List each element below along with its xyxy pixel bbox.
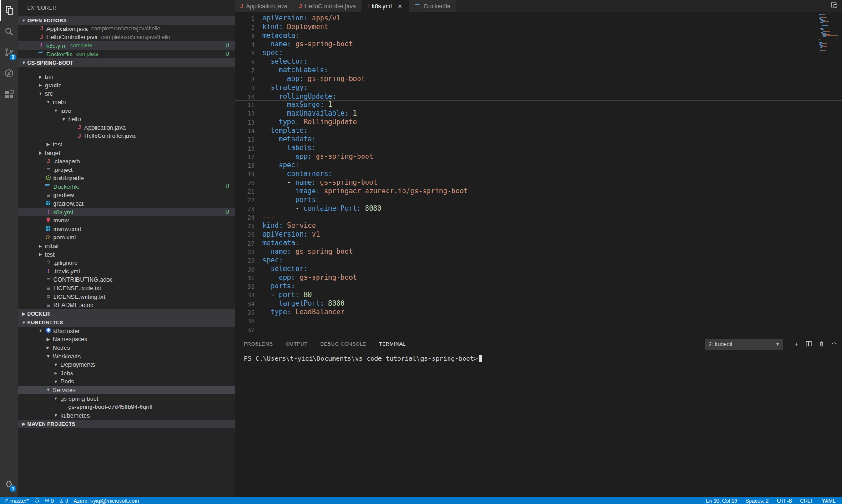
tree-row-pods[interactable]: ▼Pods [18,378,235,386]
tree-row-src[interactable]: ▼src [18,90,235,98]
terminal-output[interactable]: PS C:\Users\t-yiqi\Documents\vs code tut… [235,352,842,362]
tree-row-license-code-txt[interactable]: ≡LICENSE.code.txt [18,284,235,292]
tree-row-readme-adoc[interactable]: ≡README.adoc [18,301,235,309]
status-language-mode[interactable]: YAML [822,498,836,504]
tree-row-mvnw-cmd[interactable]: mvnw.cmd [18,225,235,233]
tree-row-main[interactable]: ▼main [18,98,235,106]
status-azure-account[interactable]: Azure: t-yiqi@microsoft.com [74,498,139,504]
yaml-icon: ! [44,268,52,274]
panel-tab-terminal[interactable]: TERMINAL [379,336,406,352]
tree-row--travis-yml[interactable]: !.travis.yml [18,267,235,276]
chevron-right-icon: ▶ [20,422,27,426]
chevron-right-icon: ▶ [37,83,44,87]
tree-row-namespaces[interactable]: ▶Namespaces [18,335,235,344]
tree-row-hellocontroller-java[interactable]: JHelloController.java [18,132,235,141]
tree-row-contributing-adoc[interactable]: ≡CONTRIBUTING.adoc [18,276,235,284]
open-editor-item[interactable]: !k8s.ymlcompleteU [18,41,235,50]
activitybar-extensions[interactable] [0,84,18,105]
status-git-branch[interactable]: master* [4,498,29,504]
tree-row-bin[interactable]: ▶bin [18,72,235,81]
preview-icon[interactable] [830,1,838,11]
code-line-20: 20- name: gs-spring-boot [235,178,842,187]
tree-row-gradlew-bat[interactable]: gradlew.bat [18,199,235,208]
code-line-8: 8app: gs-spring-boot [235,75,842,83]
tree-row-pom-xml[interactable]: pom.xml [18,233,235,242]
tree-row-jobs[interactable]: ▶Jobs [18,369,235,378]
tree-row-gradlew[interactable]: ≡gradlew [18,191,235,200]
open-editor-item[interactable]: DockerfilecompleteU [18,50,235,59]
open-editor-item[interactable]: JHelloController.javacomplete\src\main\j… [18,33,235,42]
tree-row-test[interactable]: ▶test [18,250,235,259]
tree-row--gitignore[interactable]: .gitignore [18,258,235,267]
tree-row-target[interactable]: ▶target [18,149,235,157]
tree-row-build-gradle[interactable]: build.gradle [18,174,235,183]
panel-tab-output[interactable]: OUTPUT [286,336,308,352]
code-editor[interactable]: 1apiVersion: apps/v12kind: Deployment3me… [235,12,842,336]
tree-row-application-java[interactable]: JApplication.java [18,123,235,132]
tree-row-workloads[interactable]: ▼Workloads [18,352,235,361]
tree-row-kubernetes[interactable]: ▼kubernetes [18,411,235,420]
chevron-right-icon: ▶ [37,75,44,79]
new-terminal-button[interactable]: + [794,340,799,349]
tree-row-mvnw[interactable]: mvnw [18,216,235,225]
minimap[interactable] [819,14,841,54]
chevron-down-icon: ▼ [20,60,27,65]
tree-row-dockerfile[interactable]: DockerfileU [18,182,235,191]
tree-row-initial[interactable]: ▶initial [18,242,235,250]
tab-hellocontroller-java[interactable]: JHelloController.java [293,0,362,12]
status-warnings[interactable]: ⚠0 [59,498,68,504]
tree-row-gs-spring-boot-d7d458b94-6qnll[interactable]: gs-spring-boot-d7d458b94-6qnll [18,403,235,411]
code-line-1: 1apiVersion: apps/v1 [235,14,842,23]
section-docker[interactable]: ▶ DOCKER [18,309,235,318]
activitybar-explorer[interactable] [0,0,18,21]
status-sync[interactable] [34,498,40,504]
chevron-right-icon: ▶ [37,244,44,248]
git-status-badge: U [225,183,229,190]
terminal-cursor [479,355,482,362]
tree-row-k8scluster[interactable]: ▼k8scluster [18,327,235,335]
status-eol[interactable]: CRLF [800,498,814,504]
tree-row-hello[interactable]: ▼hello [18,115,235,123]
terminal-selector[interactable]: 2: kubectl ▼ [705,339,783,350]
activitybar-source-control[interactable]: 3 [0,42,18,63]
chevron-right-icon: ▶ [37,252,44,257]
activitybar-search[interactable] [0,21,18,42]
section-kubernetes[interactable]: ▼ KUBERNETES [18,318,235,327]
open-editor-item[interactable]: JApplication.javacomplete\src\main\java\… [18,25,235,33]
tree-row--classpath[interactable]: J.classpath [18,157,235,166]
tree-row-deployments[interactable]: ▼Deployments [18,360,235,369]
activity-bar: 3 ⚙1 [0,0,18,497]
activitybar-debug[interactable] [0,63,18,84]
tab-dockerfile[interactable]: Dockerfile [409,0,456,12]
tab-application-java[interactable]: JApplication.java [235,0,293,12]
panel-tab-debug-console[interactable]: DEBUG CONSOLE [320,336,366,352]
code-line-15: 15metadata: [235,135,842,144]
section-project[interactable]: ▼ GS-SPRING-BOOT [18,58,235,67]
tree-row--project[interactable]: ≡.project [18,166,235,174]
tree-row-test[interactable]: ▶test [18,140,235,149]
tree-row-k8s-yml[interactable]: !k8s.ymlU [18,208,235,217]
tree-row-nodes[interactable]: ▶Nodes [18,343,235,352]
tree-row-services[interactable]: ▼Services [18,386,235,394]
code-line-12: 12maxUnavailable: 1 [235,109,842,118]
kill-terminal-button[interactable] [818,340,825,348]
maximize-panel-button[interactable] [831,340,837,348]
status-errors[interactable]: ⊗0 [45,498,54,504]
section-maven[interactable]: ▶ MAVEN PROJECTS [18,420,235,428]
close-icon[interactable]: × [396,3,403,10]
tree-row-gradle[interactable]: ▶gradle [18,81,235,90]
split-terminal-button[interactable] [805,340,812,348]
tab-k8s-yml[interactable]: !k8s.yml× [362,0,409,12]
status-cursor-position[interactable]: Ln 10, Col 19 [706,498,737,504]
code-line-9: 9strategy: [235,83,842,92]
code-line-21: 21image: springacr.azurecr.io/gs-spring-… [235,187,842,196]
section-open-editors[interactable]: ▼ OPEN EDITORS [18,16,235,25]
status-indentation[interactable]: Spaces: 2 [746,498,769,504]
tree-row-license-writing-txt[interactable]: ≡LICENSE.writing.txt [18,292,235,301]
tree-row-gs-spring-boot[interactable]: ▼gs-spring-boot [18,394,235,403]
panel-tab-problems[interactable]: PROBLEMS [244,336,273,352]
tree-row-java[interactable]: ▼java [18,106,235,115]
activitybar-settings[interactable]: ⚙1 [0,474,18,494]
warning-icon: ⚠ [59,498,63,504]
status-encoding[interactable]: UTF-8 [777,498,792,504]
